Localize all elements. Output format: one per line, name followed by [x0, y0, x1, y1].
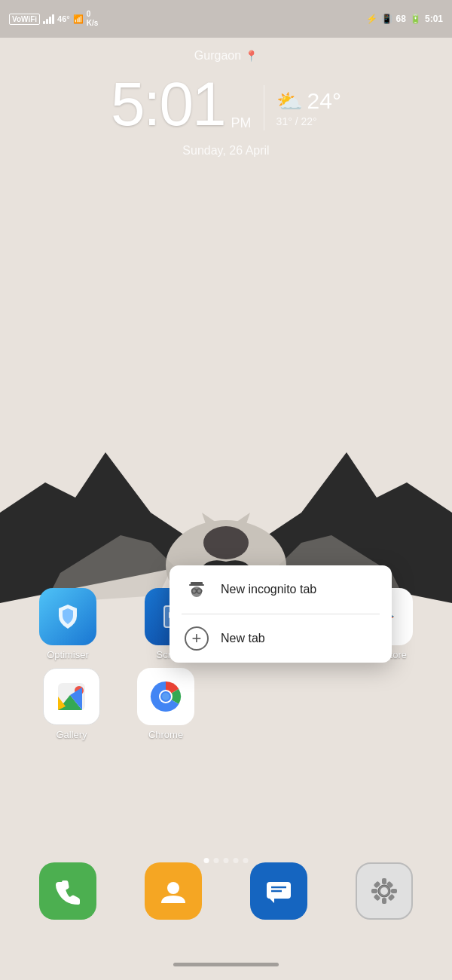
svg-line-25 — [192, 591, 193, 592]
weather-condition-icon: ⛅ — [276, 89, 303, 114]
clock-status: 5:01 — [425, 14, 443, 24]
dock-row — [15, 862, 437, 920]
svg-marker-31 — [270, 899, 274, 903]
gallery-icon — [43, 668, 100, 725]
signal-bar-1 — [43, 21, 45, 24]
messages-icon — [250, 862, 307, 920]
status-left: VoWiFi 46° 📶 0K/s — [9, 10, 98, 28]
location-name: Gurgaon — [194, 49, 241, 63]
optimiser-label: Optimiser — [47, 649, 89, 660]
svg-rect-20 — [189, 584, 204, 586]
status-right: ⚡ 📳 68 🔋 5:01 — [366, 14, 443, 24]
status-bar: VoWiFi 46° 📶 0K/s ⚡ 📳 68 🔋 5:01 — [0, 0, 452, 38]
new-tab-icon: + — [185, 626, 209, 651]
settings-icon — [356, 862, 413, 920]
context-menu-popup: New incognito tab + New tab — [170, 565, 392, 663]
svg-line-26 — [202, 591, 203, 592]
weather-range: 31° / 22° — [276, 115, 317, 127]
signal-bar-3 — [49, 17, 51, 24]
svg-rect-36 — [371, 889, 377, 893]
weather-temperature: 24° — [307, 88, 341, 114]
svg-point-33 — [380, 887, 388, 895]
dock-contacts[interactable] — [132, 862, 215, 920]
dock-messages[interactable] — [237, 862, 320, 920]
svg-point-3 — [203, 526, 249, 559]
clock-time: 5:01 — [111, 69, 225, 139]
gallery-label: Gallery — [56, 729, 87, 740]
clock-widget: Gurgaon 📍 5:01 PM ⛅ 24° 31° / 22° Sunday… — [0, 49, 452, 158]
app-optimiser[interactable]: Optimiser — [26, 588, 109, 660]
dock-settings[interactable] — [343, 862, 426, 920]
svg-point-18 — [162, 693, 170, 700]
data-speed: 0K/s — [87, 10, 99, 28]
vibrate-icon: 📳 — [381, 14, 392, 24]
clock-row: 5:01 PM ⛅ 24° 31° / 22° — [0, 69, 452, 139]
location-pin-icon: 📍 — [245, 50, 258, 62]
app-row-2: Gallery — [15, 668, 437, 740]
svg-rect-35 — [382, 898, 386, 904]
optimiser-icon — [39, 588, 96, 645]
new-tab-item[interactable]: + New tab — [170, 614, 392, 663]
svg-rect-37 — [391, 889, 397, 893]
location-row: Gurgaon 📍 — [0, 49, 452, 63]
weather-top: ⛅ 24° — [276, 88, 341, 114]
new-tab-label: New tab — [221, 632, 265, 645]
home-indicator[interactable] — [173, 963, 279, 966]
svg-point-27 — [167, 882, 179, 894]
clock-ampm: PM — [231, 115, 252, 131]
bluetooth-icon: ⚡ — [366, 14, 377, 24]
signal-bars — [43, 14, 54, 24]
new-incognito-tab-item[interactable]: New incognito tab — [170, 565, 392, 614]
contacts-icon — [145, 862, 202, 920]
app-dock — [0, 862, 452, 920]
battery-level: 68 — [396, 14, 406, 24]
app-gallery[interactable]: Gallery — [30, 668, 113, 740]
clock-divider — [264, 85, 264, 130]
network-type: 46° — [57, 14, 70, 23]
vowifi-indicator: VoWiFi — [9, 14, 40, 25]
date-display: Sunday, 26 April — [0, 144, 452, 158]
new-incognito-tab-label: New incognito tab — [221, 583, 316, 596]
chrome-icon — [137, 668, 194, 725]
incognito-icon — [185, 577, 209, 602]
chrome-label: Chrome — [148, 729, 183, 740]
app-chrome[interactable]: Chrome — [124, 668, 207, 740]
signal-bar-2 — [46, 19, 48, 24]
weather-widget: ⛅ 24° 31° / 22° — [276, 88, 341, 127]
dock-phone[interactable] — [26, 862, 109, 920]
battery-icon: 🔋 — [410, 14, 421, 24]
svg-rect-34 — [382, 878, 386, 884]
wifi-icon: 📶 — [73, 14, 84, 24]
signal-bar-4 — [52, 14, 54, 24]
phone-icon — [39, 862, 96, 920]
